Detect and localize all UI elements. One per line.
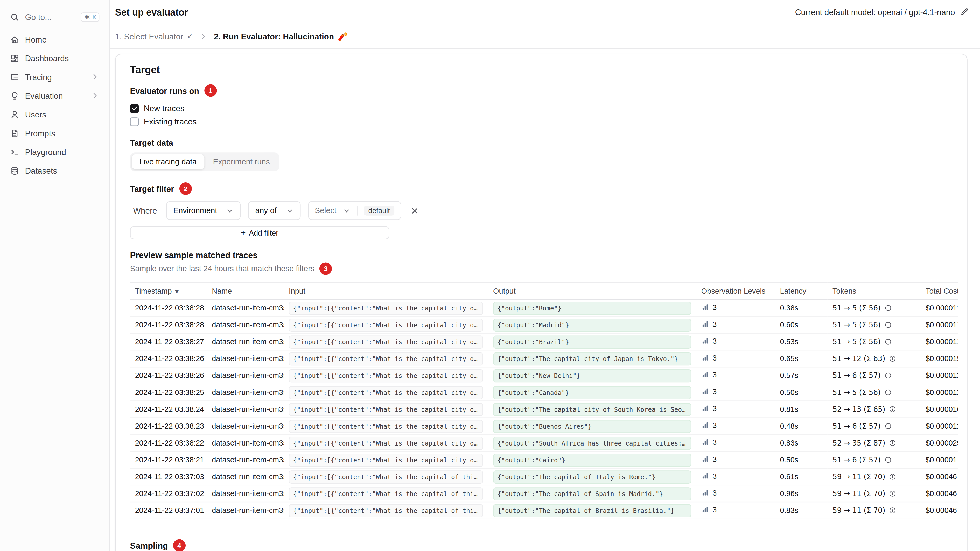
observation-levels-icon (701, 303, 710, 311)
table-row[interactable]: 2024-11-22 03:38:21 dataset-run-item-cm3… (130, 451, 958, 468)
edit-pencil-icon[interactable] (960, 8, 969, 16)
column-header-total-cost[interactable]: Total Cost (921, 283, 958, 300)
table-row[interactable]: 2024-11-22 03:38:25 dataset-run-item-cm3… (130, 384, 958, 401)
table-row[interactable]: 2024-11-22 03:38:26 dataset-run-item-cm3… (130, 367, 958, 384)
column-header-output[interactable]: Output (488, 283, 696, 300)
column-header-timestamp[interactable]: Timestamp▼ (130, 283, 207, 300)
table-row[interactable]: 2024-11-22 03:38:26 dataset-run-item-cm3… (130, 350, 958, 367)
info-icon[interactable] (889, 406, 897, 413)
cell-tokens: 51 → 6 (Σ 57) (827, 367, 921, 384)
filter-value-placeholder: Select (315, 206, 337, 215)
cell-tokens: 51 → 6 (Σ 57) (827, 418, 921, 435)
filter-row: Where Environment any of Select default (130, 201, 957, 220)
sidebar-item-dashboards[interactable]: Dashboards (5, 49, 104, 67)
step-badge-2: 2 (179, 183, 192, 195)
cell-output: {"output":"South Africa has three capita… (488, 435, 696, 451)
cell-name: dataset-run-item-cm3s4 (207, 333, 284, 350)
info-icon[interactable] (885, 304, 892, 312)
filter-column-select[interactable]: Environment (167, 201, 241, 220)
cell-tokens: 59 → 11 (Σ 70) (827, 485, 921, 502)
cell-timestamp: 2024-11-22 03:38:26 (130, 367, 207, 384)
column-header-input[interactable]: Input (284, 283, 488, 300)
cell-observation-levels: 3 (696, 367, 775, 384)
info-icon[interactable] (885, 321, 892, 329)
sampling-label: Sampling (130, 541, 168, 550)
info-icon[interactable] (885, 372, 892, 379)
observation-levels-icon (701, 404, 710, 412)
checkbox-existing-traces[interactable]: Existing traces (130, 115, 957, 128)
column-header-tokens[interactable]: Tokens (827, 283, 921, 300)
cell-observation-levels: 3 (696, 435, 775, 451)
cell-output: {"output":"The capital of Brazil is Bras… (488, 502, 696, 519)
table-row[interactable]: 2024-11-22 03:37:03 dataset-run-item-cm3… (130, 468, 958, 485)
cell-input: {"input":[{"content":"What is the capita… (284, 367, 488, 384)
checkbox-label: Existing traces (144, 117, 197, 126)
cell-latency: 0.96s (775, 485, 827, 502)
info-icon[interactable] (889, 355, 897, 362)
filter-where-label: Where (130, 206, 157, 215)
info-icon[interactable] (885, 338, 892, 346)
tab-experiment-runs[interactable]: Experiment runs (205, 154, 277, 169)
sidebar-item-users[interactable]: Users (5, 105, 104, 124)
filter-operator-select[interactable]: any of (248, 201, 300, 220)
table-row[interactable]: 2024-11-22 03:37:02 dataset-run-item-cm3… (130, 485, 958, 502)
sidebar-item-tracing[interactable]: Tracing (5, 67, 104, 86)
cell-observation-levels: 3 (696, 485, 775, 502)
table-row[interactable]: 2024-11-22 03:38:28 dataset-run-item-cm3… (130, 300, 958, 316)
cell-name: dataset-run-item-cm3s4 (207, 300, 284, 316)
info-icon[interactable] (889, 490, 897, 497)
table-row[interactable]: 2024-11-22 03:37:01 dataset-run-item-cm3… (130, 502, 958, 519)
cell-tokens: 51 → 6 (Σ 57) (827, 451, 921, 468)
sidebar-item-evaluation[interactable]: Evaluation (5, 86, 104, 105)
cell-observation-levels: 3 (696, 384, 775, 401)
checkbox-new-traces[interactable]: New traces (130, 102, 957, 115)
observation-levels-icon (701, 438, 710, 446)
filter-value-select[interactable]: Select default (308, 201, 401, 220)
table-row[interactable]: 2024-11-22 03:38:24 dataset-run-item-cm3… (130, 401, 958, 418)
cell-tokens: 52 → 13 (Σ 65) (827, 401, 921, 418)
sidebar-item-playground[interactable]: Playground (5, 143, 104, 161)
table-header-row: Timestamp▼NameInputOutputObservation Lev… (130, 283, 958, 300)
checkbox[interactable] (130, 104, 139, 113)
checkbox[interactable] (130, 117, 139, 126)
info-icon[interactable] (885, 389, 892, 396)
table-row[interactable]: 2024-11-22 03:38:28 dataset-run-item-cm3… (130, 316, 958, 333)
cell-output: {"output":"The capital city of South Kor… (488, 401, 696, 418)
info-icon[interactable] (889, 507, 897, 514)
table-row[interactable]: 2024-11-22 03:38:23 dataset-run-item-cm3… (130, 418, 958, 435)
sidebar-item-datasets[interactable]: Datasets (5, 161, 104, 180)
observation-levels-icon (701, 337, 710, 345)
cell-timestamp: 2024-11-22 03:38:22 (130, 435, 207, 451)
cell-input: {"input":[{"content":"What is the capita… (284, 384, 488, 401)
table-row[interactable]: 2024-11-22 03:38:22 dataset-run-item-cm3… (130, 435, 958, 451)
cell-observation-levels: 3 (696, 333, 775, 350)
cell-observation-levels: 3 (696, 418, 775, 435)
cell-name: dataset-run-item-cm3s4 (207, 384, 284, 401)
info-icon[interactable] (889, 439, 897, 447)
info-icon[interactable] (885, 456, 892, 464)
add-filter-button[interactable]: + Add filter (130, 226, 389, 240)
cell-output: {"output":"Buenos Aires"} (488, 418, 696, 435)
table-row[interactable]: 2024-11-22 03:38:27 dataset-run-item-cm3… (130, 333, 958, 350)
cell-total-cost: $0.000011 ( (921, 384, 958, 401)
sidebar-item-home[interactable]: Home (5, 30, 104, 49)
column-header-name[interactable]: Name (207, 283, 284, 300)
info-icon[interactable] (885, 422, 892, 430)
cell-output: {"output":"Rome"} (488, 300, 696, 316)
cell-timestamp: 2024-11-22 03:38:23 (130, 418, 207, 435)
sidebar-item-prompts[interactable]: Prompts (5, 124, 104, 142)
info-icon[interactable] (889, 473, 897, 481)
step-select-evaluator[interactable]: 1. Select Evaluator ✓ (115, 32, 193, 41)
cell-latency: 0.61s (775, 468, 827, 485)
cell-name: dataset-run-item-cm3s4 (207, 451, 284, 468)
tab-live-tracing-data[interactable]: Live tracing data (132, 154, 204, 169)
column-header-observation-levels[interactable]: Observation Levels (696, 283, 775, 300)
chevron-right-icon (91, 73, 100, 81)
step-run-evaluator-label: 2. Run Evaluator: Hallucination (214, 32, 334, 41)
go-to-search[interactable]: Go to... ⌘ K (5, 8, 104, 26)
column-header-latency[interactable]: Latency (775, 283, 827, 300)
cell-name: dataset-run-item-cm3s4 (207, 468, 284, 485)
remove-filter-button[interactable] (409, 205, 420, 217)
cell-timestamp: 2024-11-22 03:37:03 (130, 468, 207, 485)
traces-table: Timestamp▼NameInputOutputObservation Lev… (130, 283, 958, 519)
